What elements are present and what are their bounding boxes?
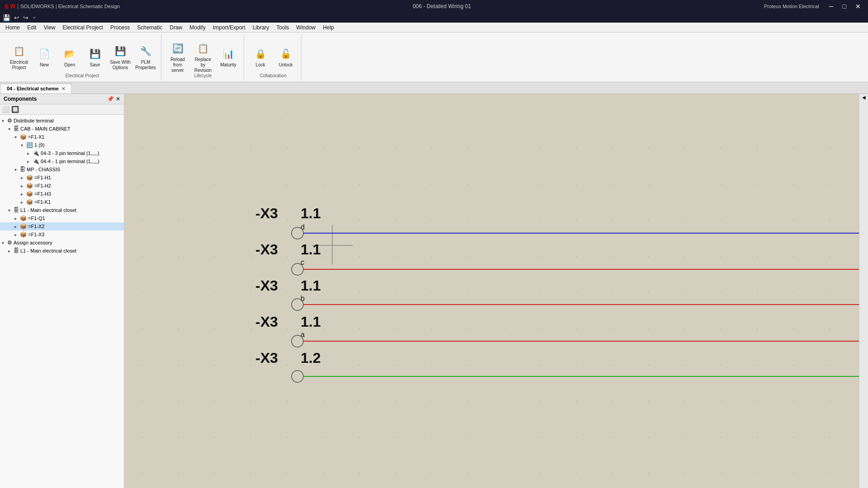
save-icon: 💾 [88, 47, 102, 61]
tree-expand-f1-x1[interactable]: ▾ [14, 135, 20, 140]
sidebar-tb-btn1[interactable]: ⬜ [2, 106, 9, 113]
replace-by-revision-button[interactable]: 📋 Replace byRevision [191, 39, 215, 75]
tree-expand-f1-x2[interactable]: ▸ [14, 224, 20, 229]
menu-item-library[interactable]: Library [249, 23, 273, 32]
tree-item-l1-main-electrical-closet[interactable]: ▾🗄L1 - Main electrical closet [0, 206, 124, 214]
tree-expand-f1-h1[interactable]: ▸ [21, 175, 26, 180]
app-subtitle: SOLIDWORKS | Electrical Schematic Design [20, 4, 120, 9]
tree-label-assign-accessory: Assign accessory [14, 240, 52, 245]
svg-rect-1 [124, 94, 859, 488]
tree-expand-f1-x3[interactable]: ▸ [14, 232, 20, 237]
open-button[interactable]: 📂 Open [58, 44, 81, 70]
qa-save-button[interactable]: 💾 [2, 13, 11, 22]
sidebar-title: Components [4, 96, 37, 102]
menu-item-draw[interactable]: Draw [166, 23, 186, 32]
tree-item-assign-accessory[interactable]: ▾⚙Assign accessory [0, 239, 124, 247]
qa-redo-button[interactable]: ↪ [22, 13, 29, 22]
save-label: Save [90, 62, 100, 68]
maturity-icon: 📊 [221, 47, 236, 61]
tree-label-f1-h2: =F1-H2 [34, 183, 51, 188]
tree-item-f1-x1[interactable]: ▾📦=F1-X1 [0, 133, 124, 141]
tree-item-1-9[interactable]: ▾🔢1 (9) [0, 141, 124, 149]
main-area: Components 📌 ✕ ⬜ 🔲 ▾⚙Distribute terminal… [0, 94, 868, 488]
menu-item-modify[interactable]: Modify [186, 23, 209, 32]
title-bar-controls: Proteus Motion Electrical ─ □ ✕ [764, 2, 863, 11]
right-panel-btn1[interactable]: ◀ [861, 95, 866, 100]
lock-icon: 🔒 [253, 47, 268, 61]
new-label: New [40, 62, 49, 68]
tree-label-f1-x1: =F1-X1 [28, 134, 44, 140]
tree-label-f1-x3: =F1-X3 [28, 232, 44, 237]
tree-icon-1-9: 🔢 [26, 142, 33, 148]
sidebar-close-button[interactable]: ✕ [116, 96, 120, 102]
tree-item-04-4[interactable]: ▸🔌04-4 - 1 pin terminal (1,,,,,) [0, 157, 124, 165]
tree-expand-f1-q1[interactable]: ▸ [14, 216, 20, 221]
tree-expand-l1-main-electrical-closet[interactable]: ▾ [8, 208, 14, 213]
menu-item-process[interactable]: Process [107, 23, 133, 32]
tree-expand-assign-accessory[interactable]: ▾ [2, 240, 7, 245]
sw-logo: S W | SOLIDWORKS | Electrical Schematic … [5, 3, 120, 10]
sidebar-tb-btn2[interactable]: 🔲 [11, 106, 19, 113]
menu-item-help[interactable]: Help [319, 23, 338, 32]
tree-icon-l1-main-electrical-closet: 🗄 [14, 207, 19, 213]
tab-close-button[interactable]: ✕ [61, 86, 65, 91]
tree-expand-1-9[interactable]: ▾ [21, 143, 26, 148]
tree-icon-f1-x1: 📦 [20, 134, 27, 140]
tree-item-04-3[interactable]: ▸🔌04-3 - 3 pin terminal (1,,,,,) [0, 149, 124, 157]
replace-label: Replace byRevision [193, 57, 213, 73]
svg-text:1.2: 1.2 [301, 350, 321, 366]
tree-expand-f1-k1[interactable]: ▸ [21, 200, 26, 205]
save-with-options-button[interactable]: 💾 Save WithOptions [108, 42, 132, 73]
tab-electrical-scheme[interactable]: 04 - Electrical scheme ✕ [0, 84, 72, 94]
menu-item-edit[interactable]: Edit [24, 23, 40, 32]
minimize-button[interactable]: ─ [826, 2, 836, 11]
tree-expand-cab-main-cabinet[interactable]: ▾ [8, 127, 14, 131]
plm-properties-button[interactable]: 🔧 PLMProperties [134, 42, 157, 73]
new-button[interactable]: 📄 New [33, 44, 56, 70]
reload-from-server-button[interactable]: 🔄 Reload fromserver [166, 39, 189, 75]
tree-expand-distribute-terminal[interactable]: ▾ [2, 118, 7, 123]
menu-item-electrical-project[interactable]: Electrical Project [59, 23, 107, 32]
tree-item-mp-chassis[interactable]: ▾🗄MP - CHASSIS [0, 165, 124, 174]
tree-label-f1-h1: =F1-H1 [34, 175, 51, 180]
menu-item-tools[interactable]: Tools [273, 23, 292, 32]
canvas-area[interactable]: -X3 1.1 d -X3 1.1 c -X3 1.1 b -X3 1.1 a [124, 94, 859, 488]
qa-undo-button[interactable]: ↩ [13, 13, 20, 22]
menu-item-schematic[interactable]: Schematic [133, 23, 166, 32]
unlock-icon: 🔓 [278, 47, 293, 61]
tree-item-f1-k1[interactable]: ▸📦=F1-K1 [0, 198, 124, 206]
new-icon: 📄 [37, 47, 52, 61]
menu-item-home[interactable]: Home [2, 23, 24, 32]
save-button[interactable]: 💾 Save [83, 44, 107, 70]
tree-expand-04-3[interactable]: ▸ [27, 151, 33, 156]
toolbar-section-collaboration: 🔒 Lock 🔓 Unlock Collaboration [245, 34, 302, 80]
close-button[interactable]: ✕ [853, 2, 863, 11]
tree-item-f1-x3[interactable]: ▸📦=F1-X3 [0, 230, 124, 239]
tree-expand-f1-h2[interactable]: ▸ [21, 183, 26, 188]
tree-item-cab-main-cabinet[interactable]: ▾🗄CAB - MAIN CABINET [0, 125, 124, 133]
maturity-button[interactable]: 📊 Maturity [217, 44, 240, 70]
menu-item-import/export[interactable]: Import/Export [209, 23, 249, 32]
tree-expand-l1-assign[interactable]: ▸ [8, 249, 14, 253]
tree-item-f1-h1[interactable]: ▸📦=F1-H1 [0, 174, 124, 182]
toolbar-section-electrical-project: 📋 ElectricalProject 📄 New 📂 Open 💾 Save … [4, 34, 161, 80]
quick-access-toolbar: 💾 ↩ ↪ ▾ [0, 13, 868, 23]
electrical-project-button[interactable]: 📋 ElectricalProject [7, 42, 31, 73]
tree-item-f1-h3[interactable]: ▸📦=F1-H3 [0, 190, 124, 198]
tree-item-f1-q1[interactable]: ▸📦=F1-Q1 [0, 214, 124, 222]
tree-item-f1-x2[interactable]: ▸📦=F1-X2 [0, 222, 124, 230]
tree-expand-04-4[interactable]: ▸ [27, 159, 33, 164]
tree-item-l1-assign[interactable]: ▸🗄L1 - Main electrical closet [0, 247, 124, 255]
tree-icon-assign-accessory: ⚙ [7, 239, 12, 246]
maximize-button[interactable]: □ [840, 2, 849, 11]
tree-expand-mp-chassis[interactable]: ▾ [14, 167, 20, 172]
tree-expand-f1-h3[interactable]: ▸ [21, 192, 26, 197]
menu-item-window[interactable]: Window [292, 23, 319, 32]
tree-label-04-4: 04-4 - 1 pin terminal (1,,,,,) [41, 159, 99, 164]
tree-item-f1-h2[interactable]: ▸📦=F1-H2 [0, 182, 124, 190]
sidebar-pin-button[interactable]: 📌 [107, 96, 114, 102]
unlock-button[interactable]: 🔓 Unlock [274, 44, 297, 70]
tree-item-distribute-terminal[interactable]: ▾⚙Distribute terminal [0, 117, 124, 125]
lock-button[interactable]: 🔒 Lock [249, 44, 272, 70]
menu-item-view[interactable]: View [40, 23, 59, 32]
